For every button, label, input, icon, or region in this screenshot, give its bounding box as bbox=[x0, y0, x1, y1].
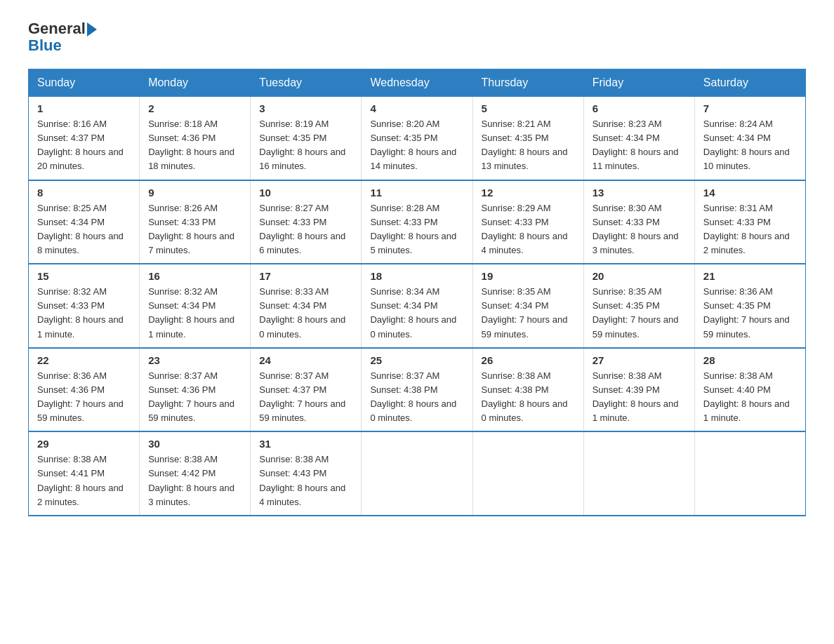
weekday-header-row: SundayMondayTuesdayWednesdayThursdayFrid… bbox=[29, 69, 806, 97]
calendar-cell: 21Sunrise: 8:36 AMSunset: 4:35 PMDayligh… bbox=[694, 264, 805, 348]
day-number: 8 bbox=[37, 187, 131, 199]
day-number: 9 bbox=[148, 187, 241, 199]
logo-general: General bbox=[28, 21, 86, 36]
calendar-cell: 17Sunrise: 8:33 AMSunset: 4:34 PMDayligh… bbox=[251, 264, 362, 348]
day-info: Sunrise: 8:19 AMSunset: 4:35 PMDaylight:… bbox=[259, 117, 352, 174]
day-info: Sunrise: 8:38 AMSunset: 4:39 PMDaylight:… bbox=[593, 369, 686, 426]
day-info: Sunrise: 8:37 AMSunset: 4:38 PMDaylight:… bbox=[370, 369, 463, 426]
weekday-header-thursday: Thursday bbox=[472, 69, 583, 97]
day-number: 7 bbox=[703, 102, 797, 114]
calendar-cell: 4Sunrise: 8:20 AMSunset: 4:35 PMDaylight… bbox=[362, 97, 472, 180]
logo-blue-line: Blue bbox=[28, 36, 97, 55]
day-number: 2 bbox=[148, 102, 241, 114]
calendar-week-row: 1Sunrise: 8:16 AMSunset: 4:37 PMDaylight… bbox=[29, 97, 806, 180]
calendar-cell: 5Sunrise: 8:21 AMSunset: 4:35 PMDaylight… bbox=[472, 97, 583, 180]
day-info: Sunrise: 8:37 AMSunset: 4:36 PMDaylight:… bbox=[148, 369, 241, 426]
day-info: Sunrise: 8:23 AMSunset: 4:34 PMDaylight:… bbox=[593, 117, 686, 174]
day-number: 27 bbox=[593, 354, 686, 366]
day-info: Sunrise: 8:32 AMSunset: 4:33 PMDaylight:… bbox=[37, 285, 131, 342]
day-info: Sunrise: 8:35 AMSunset: 4:34 PMDaylight:… bbox=[482, 285, 575, 342]
calendar-cell: 27Sunrise: 8:38 AMSunset: 4:39 PMDayligh… bbox=[583, 348, 694, 432]
day-info: Sunrise: 8:38 AMSunset: 4:41 PMDaylight:… bbox=[37, 452, 131, 509]
day-number: 15 bbox=[37, 270, 131, 282]
day-number: 20 bbox=[593, 270, 686, 282]
day-number: 31 bbox=[259, 438, 352, 450]
day-number: 18 bbox=[370, 270, 463, 282]
day-info: Sunrise: 8:25 AMSunset: 4:34 PMDaylight:… bbox=[37, 201, 131, 258]
calendar-cell: 23Sunrise: 8:37 AMSunset: 4:36 PMDayligh… bbox=[140, 348, 251, 432]
calendar-cell: 19Sunrise: 8:35 AMSunset: 4:34 PMDayligh… bbox=[472, 264, 583, 348]
calendar-cell: 18Sunrise: 8:34 AMSunset: 4:34 PMDayligh… bbox=[362, 264, 472, 348]
calendar-cell: 2Sunrise: 8:18 AMSunset: 4:36 PMDaylight… bbox=[140, 97, 251, 180]
day-number: 14 bbox=[703, 187, 797, 199]
calendar-cell: 30Sunrise: 8:38 AMSunset: 4:42 PMDayligh… bbox=[140, 431, 251, 516]
calendar-cell: 24Sunrise: 8:37 AMSunset: 4:37 PMDayligh… bbox=[251, 348, 362, 432]
day-number: 12 bbox=[482, 187, 575, 199]
day-info: Sunrise: 8:36 AMSunset: 4:36 PMDaylight:… bbox=[37, 369, 131, 426]
day-info: Sunrise: 8:36 AMSunset: 4:35 PMDaylight:… bbox=[703, 285, 797, 342]
calendar-cell: 31Sunrise: 8:38 AMSunset: 4:43 PMDayligh… bbox=[251, 431, 362, 516]
day-info: Sunrise: 8:27 AMSunset: 4:33 PMDaylight:… bbox=[259, 201, 352, 258]
day-info: Sunrise: 8:31 AMSunset: 4:33 PMDaylight:… bbox=[703, 201, 797, 258]
calendar-cell: 29Sunrise: 8:38 AMSunset: 4:41 PMDayligh… bbox=[29, 431, 140, 516]
day-info: Sunrise: 8:35 AMSunset: 4:35 PMDaylight:… bbox=[593, 285, 686, 342]
day-info: Sunrise: 8:38 AMSunset: 4:43 PMDaylight:… bbox=[259, 452, 352, 509]
day-info: Sunrise: 8:38 AMSunset: 4:40 PMDaylight:… bbox=[703, 369, 797, 426]
calendar-cell: 25Sunrise: 8:37 AMSunset: 4:38 PMDayligh… bbox=[362, 348, 472, 432]
calendar-cell bbox=[694, 431, 805, 516]
day-info: Sunrise: 8:34 AMSunset: 4:34 PMDaylight:… bbox=[370, 285, 463, 342]
page-header: General Blue bbox=[28, 21, 806, 55]
day-info: Sunrise: 8:26 AMSunset: 4:33 PMDaylight:… bbox=[148, 201, 241, 258]
day-info: Sunrise: 8:33 AMSunset: 4:34 PMDaylight:… bbox=[259, 285, 352, 342]
day-info: Sunrise: 8:18 AMSunset: 4:36 PMDaylight:… bbox=[148, 117, 241, 174]
calendar-cell: 8Sunrise: 8:25 AMSunset: 4:34 PMDaylight… bbox=[29, 180, 140, 264]
day-number: 4 bbox=[370, 102, 463, 114]
day-number: 23 bbox=[148, 354, 241, 366]
calendar-cell: 9Sunrise: 8:26 AMSunset: 4:33 PMDaylight… bbox=[140, 180, 251, 264]
weekday-header-tuesday: Tuesday bbox=[251, 69, 362, 97]
weekday-header-friday: Friday bbox=[583, 69, 694, 97]
day-info: Sunrise: 8:38 AMSunset: 4:38 PMDaylight:… bbox=[482, 369, 575, 426]
calendar-cell: 14Sunrise: 8:31 AMSunset: 4:33 PMDayligh… bbox=[694, 180, 805, 264]
weekday-header-wednesday: Wednesday bbox=[362, 69, 472, 97]
day-number: 3 bbox=[259, 102, 352, 114]
day-info: Sunrise: 8:16 AMSunset: 4:37 PMDaylight:… bbox=[37, 117, 131, 174]
logo: General Blue bbox=[28, 21, 97, 55]
calendar-cell: 11Sunrise: 8:28 AMSunset: 4:33 PMDayligh… bbox=[362, 180, 472, 264]
calendar-table: SundayMondayTuesdayWednesdayThursdayFrid… bbox=[28, 69, 806, 516]
weekday-header-sunday: Sunday bbox=[29, 69, 140, 97]
day-info: Sunrise: 8:30 AMSunset: 4:33 PMDaylight:… bbox=[593, 201, 686, 258]
calendar-cell: 22Sunrise: 8:36 AMSunset: 4:36 PMDayligh… bbox=[29, 348, 140, 432]
weekday-header-saturday: Saturday bbox=[694, 69, 805, 97]
day-info: Sunrise: 8:24 AMSunset: 4:34 PMDaylight:… bbox=[703, 117, 797, 174]
calendar-cell: 3Sunrise: 8:19 AMSunset: 4:35 PMDaylight… bbox=[251, 97, 362, 180]
calendar-cell: 15Sunrise: 8:32 AMSunset: 4:33 PMDayligh… bbox=[29, 264, 140, 348]
calendar-cell bbox=[362, 431, 472, 516]
day-number: 25 bbox=[370, 354, 463, 366]
day-info: Sunrise: 8:37 AMSunset: 4:37 PMDaylight:… bbox=[259, 369, 352, 426]
logo-arrow-icon bbox=[87, 22, 97, 36]
day-number: 6 bbox=[593, 102, 686, 114]
day-info: Sunrise: 8:28 AMSunset: 4:33 PMDaylight:… bbox=[370, 201, 463, 258]
day-number: 10 bbox=[259, 187, 352, 199]
calendar-week-row: 29Sunrise: 8:38 AMSunset: 4:41 PMDayligh… bbox=[29, 431, 806, 516]
day-info: Sunrise: 8:32 AMSunset: 4:34 PMDaylight:… bbox=[148, 285, 241, 342]
calendar-cell: 6Sunrise: 8:23 AMSunset: 4:34 PMDaylight… bbox=[583, 97, 694, 180]
day-number: 19 bbox=[482, 270, 575, 282]
calendar-cell: 13Sunrise: 8:30 AMSunset: 4:33 PMDayligh… bbox=[583, 180, 694, 264]
day-number: 11 bbox=[370, 187, 463, 199]
calendar-week-row: 22Sunrise: 8:36 AMSunset: 4:36 PMDayligh… bbox=[29, 348, 806, 432]
calendar-cell: 12Sunrise: 8:29 AMSunset: 4:33 PMDayligh… bbox=[472, 180, 583, 264]
logo-blue-text: Blue bbox=[28, 36, 62, 54]
day-number: 5 bbox=[482, 102, 575, 114]
calendar-week-row: 15Sunrise: 8:32 AMSunset: 4:33 PMDayligh… bbox=[29, 264, 806, 348]
calendar-cell bbox=[472, 431, 583, 516]
day-info: Sunrise: 8:38 AMSunset: 4:42 PMDaylight:… bbox=[148, 452, 241, 509]
calendar-cell: 28Sunrise: 8:38 AMSunset: 4:40 PMDayligh… bbox=[694, 348, 805, 432]
calendar-cell: 20Sunrise: 8:35 AMSunset: 4:35 PMDayligh… bbox=[583, 264, 694, 348]
day-number: 29 bbox=[37, 438, 131, 450]
calendar-cell: 16Sunrise: 8:32 AMSunset: 4:34 PMDayligh… bbox=[140, 264, 251, 348]
day-number: 22 bbox=[37, 354, 131, 366]
day-info: Sunrise: 8:29 AMSunset: 4:33 PMDaylight:… bbox=[482, 201, 575, 258]
day-number: 16 bbox=[148, 270, 241, 282]
